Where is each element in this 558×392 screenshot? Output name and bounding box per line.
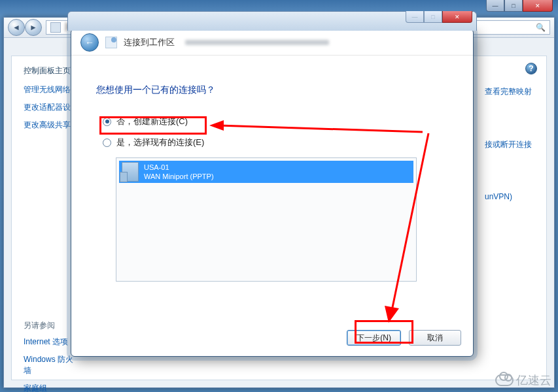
nav-forward-button[interactable]: ► [25,19,42,36]
sidebar-link-wireless[interactable]: 管理无线网络 [24,84,75,95]
dialog-content: 您想使用一个已有的连接吗？ 否，创建新连接(C) 是，选择现有的连接(E) US… [71,56,473,282]
dialog-question: 您想使用一个已有的连接吗？ [96,84,448,96]
dialog-title: 连接到工作区 [124,37,175,48]
connection-text: USA-01 WAN Miniport (PPTP) [144,163,214,182]
connection-name: USA-01 [144,163,214,172]
radio-use-existing[interactable]: 是，选择现有的连接(E) [103,137,448,148]
watermark-cloud-icon [495,374,514,386]
radio-new-label: 否，创建新连接(C) [116,116,188,127]
sidebar-heading: 控制面板主页 [24,65,75,76]
dialog-titlebar: — □ ✕ [67,11,477,31]
right-links: 查看完整映射 接或断开连接 unVPN) [485,86,532,243]
radio-create-new[interactable]: 否，创建新连接(C) [103,116,448,127]
connect-workplace-dialog: — □ ✕ ← 连接到工作区 您想使用一个已有的连接吗？ 否，创建新连接(C) … [71,29,474,357]
dialog-minimize-button[interactable]: — [406,11,424,23]
radio-existing-label: 是，选择现有的连接(E) [116,137,204,148]
dialog-subtitle-blur [185,40,329,45]
bg-window-controls: — □ ✕ [486,0,553,13]
sidebar-link-internet[interactable]: Internet 选项 [24,336,75,348]
right-link-vpn[interactable]: unVPN) [485,192,532,201]
existing-connections-list[interactable]: USA-01 WAN Miniport (PPTP) [116,157,417,282]
watermark-text: 亿速云 [516,372,551,388]
search-icon: 🔍 [536,23,546,32]
dialog-header: ← 连接到工作区 [71,29,473,56]
wizard-back-button[interactable]: ← [80,33,99,52]
dialog-close-button[interactable]: ✕ [442,11,472,23]
nav-back-button[interactable]: ◄ [8,19,25,36]
wizard-icon [105,37,117,48]
addressbar-icon [50,22,61,33]
dialog-maximize-button: □ [424,11,442,23]
right-link-connect[interactable]: 接或断开连接 [485,139,532,150]
sidebar-link-homegroup[interactable]: 家庭组 [24,383,75,392]
bg-minimize-button[interactable]: — [486,0,504,12]
connection-detail: WAN Miniport (PPTP) [144,172,214,181]
control-panel-sidebar: 控制面板主页 管理无线网络 更改适配器设 更改高级共享 另请参阅 Interne… [24,65,75,392]
sidebar-link-adapter[interactable]: 更改适配器设 [24,102,75,113]
connection-icon [122,162,139,182]
cancel-button[interactable]: 取消 [409,330,461,346]
bg-maximize-button[interactable]: □ [504,0,523,12]
help-icon[interactable]: ? [525,63,537,74]
right-link-map[interactable]: 查看完整映射 [485,86,532,97]
bg-close-button[interactable]: ✕ [523,0,553,12]
radio-dot-existing-icon [103,139,111,147]
watermark: 亿速云 [495,372,551,388]
connection-item[interactable]: USA-01 WAN Miniport (PPTP) [119,161,413,183]
radio-dot-new-icon [103,118,111,126]
dialog-button-row: 下一步(N) 取消 [347,330,461,346]
next-button[interactable]: 下一步(N) [347,330,401,346]
sidebar-subheading: 另请参阅 [24,320,75,331]
sidebar-link-sharing[interactable]: 更改高级共享 [24,120,75,131]
sidebar-link-firewall[interactable]: Windows 防火墙 [24,354,75,376]
